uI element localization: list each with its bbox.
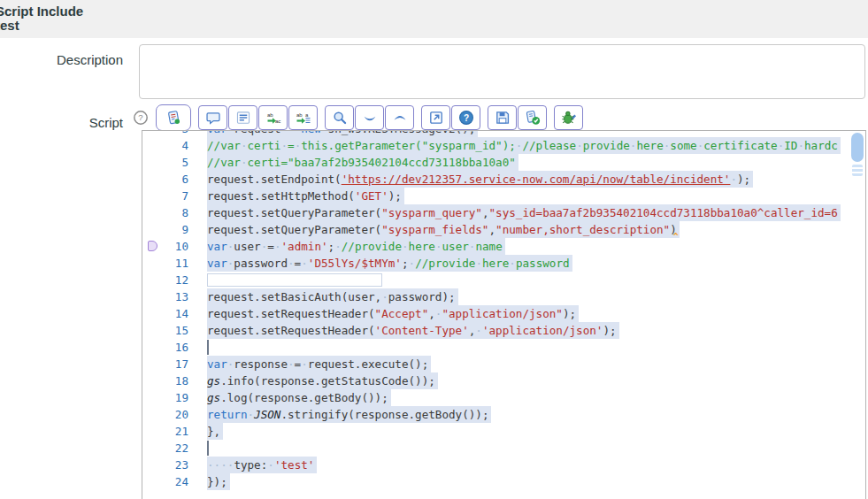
line-number[interactable]: 12 <box>142 272 188 288</box>
empty-selection-box <box>207 273 382 287</box>
editor-help-icon[interactable]: ? <box>133 110 149 126</box>
cursor-sliver <box>207 441 209 456</box>
help-button[interactable]: ? <box>451 105 480 130</box>
code-text[interactable]: //var·certi·=·this.getParameter("sysparm… <box>188 137 865 154</box>
line-number[interactable]: 5 <box>142 154 188 171</box>
open-new-window-button[interactable] <box>421 105 450 130</box>
code-line[interactable]: 3var·request·=·new·sn_ws.RESTMessageV2()… <box>142 130 865 137</box>
code-text[interactable]: return·JSON.stringify(response.getBody()… <box>188 406 865 423</box>
line-number[interactable]: 13 <box>142 288 188 305</box>
code-text[interactable] <box>188 339 865 356</box>
code-line[interactable]: 16 <box>142 339 865 356</box>
save-icon <box>495 110 511 126</box>
line-number[interactable]: 7 <box>142 188 188 204</box>
code-line[interactable]: 20return·JSON.stringify(response.getBody… <box>142 406 865 423</box>
code-line[interactable]: 9request.setQueryParameter("sysparm_fiel… <box>142 221 865 238</box>
code-line[interactable]: 24}); <box>142 473 865 490</box>
code-line[interactable]: 14request.setRequestHeader("Accept",·"ap… <box>142 305 865 322</box>
form-header: Script Include test <box>0 0 868 38</box>
line-number[interactable]: 17 <box>142 356 188 372</box>
svg-text:?: ? <box>138 112 142 122</box>
code-line[interactable]: 21}, <box>142 423 865 440</box>
save-button[interactable] <box>488 105 517 130</box>
code-text[interactable]: var·request·=·new·sn_ws.RESTMessageV2(); <box>188 130 865 137</box>
line-number[interactable]: 15 <box>142 322 188 339</box>
description-input[interactable] <box>139 44 865 99</box>
line-number[interactable]: 8 <box>142 204 188 221</box>
replace-all-button[interactable]: aba <box>288 105 318 130</box>
find-previous-button[interactable] <box>385 105 414 130</box>
page-title: Script Include test <box>0 4 868 33</box>
scrollbar-marks <box>852 165 863 176</box>
code-line[interactable]: 10var·user·=·'admin';·//provide·here·use… <box>142 238 865 255</box>
code-line[interactable]: 17var·response·=·request.execute(); <box>142 356 865 372</box>
code-text[interactable]: request.setHttpMethod('GET'); <box>188 188 865 204</box>
toolbar-group: abacaba <box>198 105 318 130</box>
code-text[interactable]: request.setQueryParameter("sysparm_field… <box>188 221 865 238</box>
replace-button[interactable]: abac <box>258 105 288 130</box>
warning-marker-icon: ^ <box>673 228 679 238</box>
line-number[interactable]: 22 <box>142 440 188 457</box>
code-text[interactable]: gs.log(response.getBody()); <box>188 389 865 406</box>
code-text[interactable]: request.setQueryParameter("sysparm_query… <box>188 204 865 221</box>
format-code-button[interactable] <box>228 105 257 130</box>
search-button[interactable] <box>325 105 354 130</box>
code-line[interactable]: 13request.setBasicAuth(user,·password); <box>142 288 865 305</box>
code-text[interactable] <box>188 440 865 457</box>
svg-text:ab: ab <box>296 111 303 117</box>
code-text[interactable]: var·password·=·'D55lYs/$tMYm';·//provide… <box>188 255 865 272</box>
script-editor[interactable]: 3var·request·=·new·sn_ws.RESTMessageV2()… <box>142 130 866 499</box>
editor-scrollbar[interactable] <box>851 133 864 499</box>
bug-icon <box>561 110 577 126</box>
code-line[interactable]: 22 <box>142 440 865 457</box>
script-debugger-button[interactable] <box>554 105 583 130</box>
code-line[interactable]: 7request.setHttpMethod('GET'); <box>142 188 865 204</box>
code-text[interactable]: request.setEndpoint('https://dev212357.s… <box>188 171 865 188</box>
search-icon <box>332 110 348 126</box>
code-text[interactable]: request.setRequestHeader('Content-Type',… <box>188 322 865 339</box>
svg-text:a: a <box>305 111 309 117</box>
code-text[interactable]: request.setBasicAuth(user,·password); <box>188 288 865 305</box>
line-number[interactable]: 9 <box>142 221 188 238</box>
line-number[interactable]: 4 <box>142 137 188 154</box>
code-text[interactable]: }); <box>188 473 865 490</box>
validate-script-button[interactable] <box>518 105 547 130</box>
code-line[interactable]: 8request.setQueryParameter("sysparm_quer… <box>142 204 865 221</box>
code-text[interactable]: //var·certi="baa7af2b935402104ccd73118bb… <box>188 154 865 171</box>
find-next-button[interactable] <box>355 105 384 130</box>
code-area[interactable]: 3var·request·=·new·sn_ws.RESTMessageV2()… <box>142 130 865 490</box>
code-line[interactable]: 19gs.log(response.getBody()); <box>142 389 865 406</box>
toggle-comment-button[interactable] <box>198 105 227 130</box>
line-number[interactable]: 19 <box>142 389 188 406</box>
line-number[interactable]: 11 <box>142 255 188 272</box>
syntax-editor-button[interactable] <box>156 104 191 131</box>
code-text[interactable]: request.setRequestHeader("Accept",·"appl… <box>188 305 865 322</box>
line-number[interactable]: 23 <box>142 457 188 473</box>
line-number[interactable]: 18 <box>142 372 188 389</box>
line-number[interactable]: 14 <box>142 305 188 322</box>
line-number[interactable]: 20 <box>142 406 188 423</box>
code-line[interactable]: 23····type:·'test' <box>142 457 865 473</box>
code-line[interactable]: 11var·password·=·'D55lYs/$tMYm';·//provi… <box>142 255 865 272</box>
code-line[interactable]: 4//var·certi·=·this.getParameter("syspar… <box>142 137 865 154</box>
scrollbar-thumb[interactable] <box>851 133 864 162</box>
code-text[interactable] <box>188 272 865 288</box>
code-text[interactable]: var·response·=·request.execute(); <box>188 356 865 372</box>
replace-icon: abac <box>265 110 281 126</box>
code-line[interactable]: 15request.setRequestHeader('Content-Type… <box>142 322 865 339</box>
line-number[interactable]: 21 <box>142 423 188 440</box>
cursor-sliver <box>207 340 209 355</box>
chevron-down-icon <box>362 110 378 126</box>
line-number[interactable]: 3 <box>142 130 188 137</box>
code-text[interactable]: }, <box>188 423 865 440</box>
code-text[interactable]: ····type:·'test' <box>188 457 865 473</box>
code-line[interactable]: 12 <box>142 272 865 288</box>
code-text[interactable]: var·user·=·'admin';·//provide·here·user·… <box>188 238 865 255</box>
line-number[interactable]: 24 <box>142 473 188 490</box>
line-number[interactable]: 6 <box>142 171 188 188</box>
code-line[interactable]: 18gs.info(response.getStatusCode()); <box>142 372 865 389</box>
code-line[interactable]: 5//var·certi="baa7af2b935402104ccd73118b… <box>142 154 865 171</box>
code-line[interactable]: 6request.setEndpoint('https://dev212357.… <box>142 171 865 188</box>
code-text[interactable]: gs.info(response.getStatusCode()); <box>188 372 865 389</box>
line-number[interactable]: 16 <box>142 339 188 356</box>
